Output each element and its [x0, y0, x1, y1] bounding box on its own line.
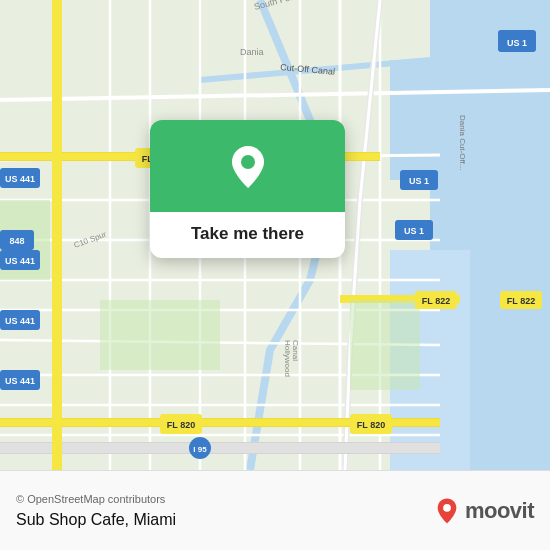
svg-text:US 441: US 441 — [5, 256, 35, 266]
svg-text:US 441: US 441 — [5, 316, 35, 326]
svg-rect-29 — [52, 0, 62, 470]
svg-text:848: 848 — [9, 236, 24, 246]
svg-rect-2 — [390, 60, 450, 180]
svg-text:FL 820: FL 820 — [167, 420, 195, 430]
moovit-wordmark: moovit — [465, 498, 534, 524]
card-header — [150, 120, 345, 212]
location-pin-icon — [226, 142, 270, 194]
svg-text:US 441: US 441 — [5, 376, 35, 386]
copyright-text: © OpenStreetMap contributors — [16, 493, 176, 505]
svg-text:US 1: US 1 — [507, 38, 527, 48]
bottom-info: © OpenStreetMap contributors Sub Shop Ca… — [16, 493, 176, 529]
navigation-card[interactable]: Take me there — [150, 120, 345, 258]
svg-text:US 1: US 1 — [409, 176, 429, 186]
svg-rect-32 — [350, 300, 420, 390]
svg-text:FL 820: FL 820 — [357, 420, 385, 430]
moovit-logo: moovit — [433, 497, 534, 525]
svg-rect-31 — [100, 300, 220, 370]
svg-text:Canal: Canal — [291, 340, 300, 361]
svg-text:I 95: I 95 — [193, 445, 207, 454]
moovit-pin-icon — [433, 497, 461, 525]
svg-text:Hollywood: Hollywood — [283, 340, 292, 377]
bottom-bar: © OpenStreetMap contributors Sub Shop Ca… — [0, 470, 550, 550]
take-me-there-button[interactable]: Take me there — [191, 212, 304, 258]
svg-point-70 — [443, 504, 451, 512]
svg-text:FL 822: FL 822 — [507, 296, 535, 306]
svg-text:Dania Cut-Off...: Dania Cut-Off... — [458, 115, 467, 170]
svg-rect-23 — [0, 443, 440, 453]
svg-text:Dania: Dania — [240, 47, 264, 57]
svg-point-69 — [241, 155, 255, 169]
svg-text:FL 822: FL 822 — [422, 296, 450, 306]
svg-text:US 441: US 441 — [5, 174, 35, 184]
svg-text:US 1: US 1 — [404, 226, 424, 236]
location-name: Sub Shop Cafe, Miami — [16, 511, 176, 529]
map-area: US 1 US 1 US 1 FL 818 US 441 US 441 US 4… — [0, 0, 550, 470]
